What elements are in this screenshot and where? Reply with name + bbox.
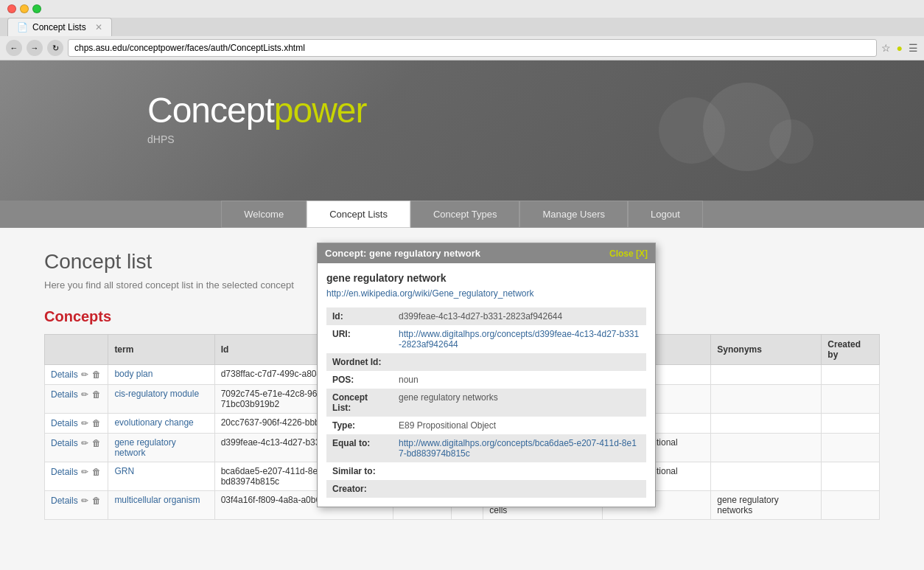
modal-field-label: Similar to: — [326, 462, 393, 480]
modal-field-row: Id: d399feae-4c13-4d27-b331-2823af942644 — [326, 307, 646, 325]
modal-title: Concept: gene regulatory network — [325, 248, 480, 259]
modal-concept-url-link[interactable]: http://en.wikipedia.org/wiki/Gene_regula… — [326, 288, 533, 299]
minimize-button[interactable] — [20, 4, 29, 13]
window-controls — [7, 4, 41, 13]
user-icon[interactable]: ● — [897, 42, 903, 54]
modal-uri-link[interactable]: http://www.digitalhps.org/concepts/d399f… — [399, 329, 639, 350]
modal-field-value: d399feae-4c13-4d27-b331-2823af942644 — [393, 307, 646, 325]
nav-concept-lists[interactable]: Concept Lists — [307, 201, 410, 228]
address-input[interactable] — [68, 39, 877, 57]
modal-field-row: URI: http://www.digitalhps.org/concepts/… — [326, 325, 646, 353]
modal-field-value — [393, 480, 646, 498]
modal-field-row: Creator: — [326, 480, 646, 498]
modal-field-value — [393, 462, 646, 480]
modal-field-row: POS: noun — [326, 371, 646, 389]
modal-field-label: Concept List: — [326, 389, 393, 417]
forward-button[interactable]: → — [27, 40, 43, 56]
header-bg-decoration — [629, 75, 850, 193]
modal-header: Concept: gene regulatory network Close [… — [318, 243, 655, 263]
logo-area: Conceptpower dHPS — [147, 90, 367, 145]
browser-tab[interactable]: 📄 Concept Lists ✕ — [7, 18, 112, 36]
nav-logout[interactable]: Logout — [628, 201, 703, 228]
star-icon[interactable]: ☆ — [881, 42, 891, 54]
modal-field-row: Similar to: — [326, 462, 646, 480]
nav-concept-types[interactable]: Concept Types — [410, 201, 519, 228]
modal-field-row: Type: E89 Propositional Object — [326, 417, 646, 434]
modal-overlay: Concept: gene regulatory network Close [… — [0, 228, 924, 570]
browser-icons: ☆ ● ☰ — [881, 42, 918, 54]
logo-text: Conceptpower — [147, 90, 367, 131]
maximize-button[interactable] — [32, 4, 41, 13]
modal-field-row: Concept List: gene regulatory networks — [326, 389, 646, 417]
modal-field-row: Wordnet Id: — [326, 353, 646, 371]
tab-title: Concept Lists — [32, 22, 86, 32]
modal-field-value: http://www.digitalhps.org/concepts/d399f… — [393, 325, 646, 353]
browser-chrome: 📄 Concept Lists ✕ ← → ↻ ☆ ● ☰ — [0, 0, 924, 60]
modal-concept-name: gene regulatory network — [326, 272, 646, 284]
modal-detail-table: Id: d399feae-4c13-4d27-b331-2823af942644… — [326, 307, 646, 498]
modal-field-label: POS: — [326, 371, 393, 389]
logo-part2: power — [274, 91, 367, 130]
concept-modal: Concept: gene regulatory network Close [… — [317, 243, 656, 507]
modal-close-button[interactable]: Close [X] — [609, 248, 648, 259]
modal-field-label: Creator: — [326, 480, 393, 498]
main-nav: Welcome Concept Lists Concept Types Mana… — [0, 201, 924, 228]
modal-field-value: http://www.digitalhps.org/concepts/bca6d… — [393, 434, 646, 462]
menu-icon[interactable]: ☰ — [909, 42, 918, 54]
modal-concept-url[interactable]: http://en.wikipedia.org/wiki/Gene_regula… — [326, 288, 646, 299]
modal-body: gene regulatory network http://en.wikipe… — [318, 263, 655, 507]
address-bar-row: ← → ↻ ☆ ● ☰ — [0, 36, 924, 60]
close-button[interactable] — [7, 4, 16, 13]
title-bar — [0, 0, 924, 18]
modal-field-value — [393, 353, 646, 371]
modal-field-label: Type: — [326, 417, 393, 434]
logo-part1: Concept — [147, 91, 274, 130]
modal-field-label: Wordnet Id: — [326, 353, 393, 371]
nav-manage-users[interactable]: Manage Users — [519, 201, 628, 228]
modal-field-value: noun — [393, 371, 646, 389]
modal-field-value: E89 Propositional Object — [393, 417, 646, 434]
page-content: Concept list Here you find all stored co… — [0, 228, 924, 570]
app-header: Conceptpower dHPS — [0, 60, 924, 201]
modal-field-label: URI: — [326, 325, 393, 353]
tab-bar: 📄 Concept Lists ✕ — [0, 18, 924, 36]
tab-favicon: 📄 — [17, 22, 28, 32]
logo-subtitle: dHPS — [147, 133, 367, 145]
refresh-button[interactable]: ↻ — [47, 40, 63, 56]
modal-field-value: gene regulatory networks — [393, 389, 646, 417]
modal-field-row: Equal to: http://www.digitalhps.org/conc… — [326, 434, 646, 462]
modal-field-label: Id: — [326, 307, 393, 325]
nav-welcome[interactable]: Welcome — [221, 201, 307, 228]
modal-equal-to-link[interactable]: http://www.digitalhps.org/concepts/bca6d… — [399, 438, 637, 459]
tab-close-icon[interactable]: ✕ — [95, 22, 102, 32]
back-button[interactable]: ← — [6, 40, 22, 56]
modal-field-label: Equal to: — [326, 434, 393, 462]
